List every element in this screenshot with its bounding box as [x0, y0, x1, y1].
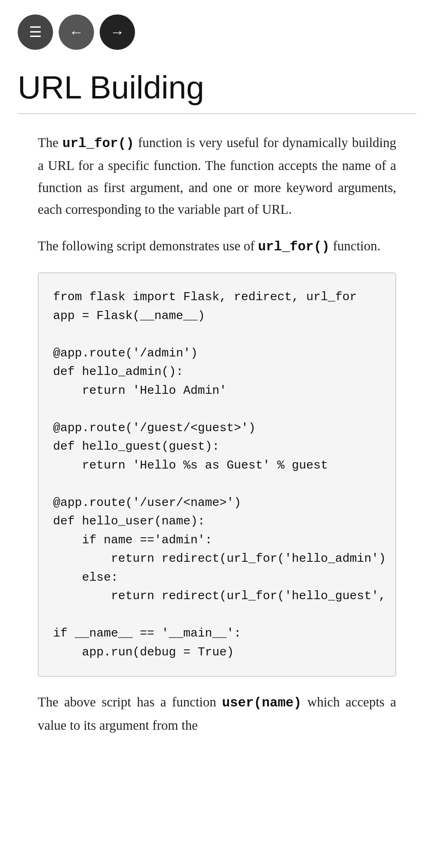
code-block-wrapper: from flask import Flask, redirect, url_f…	[38, 272, 396, 677]
intro-paragraph: The url_for() function is very useful fo…	[38, 132, 396, 221]
bottom-paragraph: The above script has a function user(nam…	[38, 691, 396, 736]
forward-icon: →	[110, 24, 125, 41]
menu-icon: ☰	[29, 24, 42, 41]
title-divider	[18, 113, 416, 114]
code-block[interactable]: from flask import Flask, redirect, url_f…	[39, 273, 395, 676]
user-name-inline: user(name)	[222, 696, 301, 710]
back-button[interactable]: ←	[59, 14, 94, 50]
paragraph1-before: The	[38, 135, 62, 150]
page-title: URL Building	[0, 61, 434, 113]
url-for-inline-2: url_for()	[258, 240, 330, 254]
paragraph3-before: The above script has a function	[38, 695, 222, 709]
forward-button[interactable]: →	[100, 14, 135, 50]
paragraph2-after: function.	[330, 239, 380, 253]
paragraph2-before: The following script demonstrates use of	[38, 239, 258, 253]
demo-paragraph: The following script demonstrates use of…	[38, 235, 396, 258]
back-icon: ←	[69, 24, 84, 41]
menu-button[interactable]: ☰	[18, 14, 53, 50]
url-for-inline-1: url_for()	[62, 136, 134, 151]
top-nav: ☰ ← →	[0, 0, 434, 61]
main-content: The url_for() function is very useful fo…	[0, 132, 434, 736]
